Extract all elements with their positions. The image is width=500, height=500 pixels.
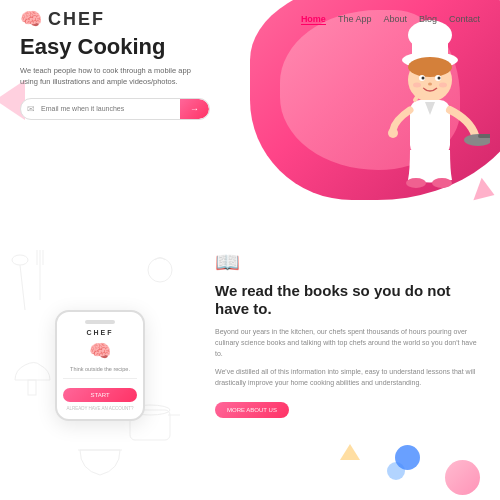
svg-point-7 — [422, 77, 425, 80]
section2-title: We read the books so you do not have to. — [215, 282, 485, 318]
svg-point-15 — [388, 128, 398, 138]
svg-point-18 — [12, 255, 28, 265]
email-submit-button[interactable]: → — [180, 99, 209, 119]
phone-notch — [85, 320, 115, 324]
nav-blog[interactable]: Blog — [419, 14, 437, 24]
section2-desc2: We've distilled all of this information … — [215, 366, 485, 388]
email-input[interactable] — [41, 100, 180, 117]
phone-brain-icon: 🧠 — [63, 340, 137, 362]
svg-point-11 — [428, 83, 432, 86]
svg-rect-14 — [478, 134, 490, 138]
phone-account-link[interactable]: ALREADY HAVE AN ACCOUNT? — [63, 406, 137, 411]
main-nav: Home The App About Blog Contact — [301, 14, 480, 25]
nav-home[interactable]: Home — [301, 14, 326, 25]
more-about-us-button[interactable]: MORE ABOUT US — [215, 402, 289, 418]
nav-the-app[interactable]: The App — [338, 14, 372, 24]
logo-text: CHEF — [48, 9, 105, 30]
svg-point-4 — [408, 57, 452, 77]
decorative-circle-pink-bottom — [445, 460, 480, 495]
phone-area: CHEF 🧠 Think outside the recipe. START A… — [0, 230, 200, 500]
email-form: ✉ → — [20, 98, 210, 120]
section2: CHEF 🧠 Think outside the recipe. START A… — [0, 230, 500, 500]
decorative-triangle-bottom — [340, 444, 360, 460]
phone-app-title: CHEF — [63, 329, 137, 336]
decorative-circle-blue — [395, 445, 420, 470]
svg-line-19 — [20, 265, 25, 310]
phone-tagline: Think outside the recipe. — [63, 366, 137, 372]
svg-point-10 — [439, 83, 447, 88]
logo-brain-icon: 🧠 — [20, 8, 42, 30]
section-book-icon: 📖 — [215, 250, 485, 274]
svg-point-16 — [406, 178, 426, 188]
phone-start-button[interactable]: START — [63, 388, 137, 402]
svg-point-23 — [148, 258, 172, 282]
phone-mockup: CHEF 🧠 Think outside the recipe. START A… — [55, 310, 145, 421]
section2-desc1: Beyond our years in the kitchen, our che… — [215, 326, 485, 360]
phone-divider — [63, 378, 137, 379]
header: 🧠 CHEF Home The App About Blog Contact — [0, 0, 500, 38]
hero-description: We teach people how to cook through a mo… — [20, 65, 200, 88]
svg-rect-28 — [28, 380, 36, 395]
nav-about[interactable]: About — [383, 14, 407, 24]
nav-contact[interactable]: Contact — [449, 14, 480, 24]
hero-content: Easy Cooking We teach people how to cook… — [20, 35, 210, 120]
svg-point-8 — [438, 77, 441, 80]
logo: 🧠 CHEF — [20, 8, 105, 30]
email-icon: ✉ — [21, 104, 41, 114]
hero-title: Easy Cooking — [20, 35, 210, 59]
svg-point-17 — [432, 178, 452, 188]
svg-point-9 — [413, 83, 421, 88]
